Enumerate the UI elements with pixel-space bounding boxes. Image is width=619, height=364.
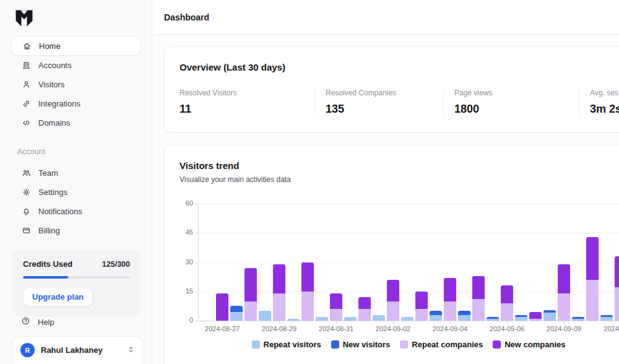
bar-segment xyxy=(430,315,442,321)
legend-item[interactable]: Repeat visitors xyxy=(252,340,321,349)
x-tick-mark xyxy=(279,321,280,324)
stacked-bar xyxy=(501,285,513,321)
code-icon xyxy=(21,118,31,128)
bar-segment xyxy=(401,317,413,321)
bar-segment xyxy=(301,292,314,321)
y-tick-label: 0 xyxy=(176,316,193,324)
home-icon xyxy=(22,41,32,51)
sidebar-item-accounts[interactable]: Accounts xyxy=(11,56,141,75)
x-tick-label: 2024-09-06 xyxy=(490,325,524,332)
bar-segment xyxy=(558,264,570,293)
app-logo xyxy=(0,0,152,36)
stat-label: Resolved Companies xyxy=(326,89,437,97)
sidebar-item-visitors[interactable]: Visitors xyxy=(11,75,141,94)
bar-segment xyxy=(287,319,300,321)
sidebar-item-label: Accounts xyxy=(38,61,71,70)
x-tick-label: 2024-08-31 xyxy=(319,325,353,332)
sidebar-item-domains[interactable]: Domains xyxy=(11,113,141,132)
stacked-bar xyxy=(586,237,599,321)
x-tick-label: 2024-09-09 xyxy=(547,325,581,332)
bar-segment xyxy=(216,293,228,321)
help-label: Help xyxy=(38,318,54,327)
bar-segment xyxy=(543,313,556,321)
bar-segment xyxy=(558,293,570,321)
sidebar-item-team[interactable]: Team xyxy=(11,163,141,183)
bar-segment xyxy=(501,303,513,321)
bar-segment xyxy=(444,301,456,321)
legend-item[interactable]: Repeat companies xyxy=(400,340,483,349)
credits-progress-fill xyxy=(23,276,68,279)
sidebar: Home Accounts Visitors Integrations Doma… xyxy=(0,0,152,364)
team-icon xyxy=(21,168,31,178)
sidebar-item-label: Notifications xyxy=(38,207,82,216)
trend-subtitle: Visualize your main activities data xyxy=(180,175,619,184)
y-tick-label: 15 xyxy=(176,287,193,295)
sidebar-item-notifications[interactable]: Notifications xyxy=(11,202,141,221)
bar-segment xyxy=(387,280,399,301)
stats-grid: Resolved Visitors 11 Resolved Companies … xyxy=(180,89,619,116)
chevron-up-down-icon[interactable] xyxy=(127,345,135,356)
stat-label: Avg. ses xyxy=(590,89,619,97)
y-tick-label: 45 xyxy=(176,228,193,236)
x-tick-label: 2024-09-02 xyxy=(376,325,410,332)
building-icon xyxy=(21,61,31,71)
x-tick-mark xyxy=(222,321,223,324)
legend-swatch xyxy=(400,340,408,349)
bar-segment xyxy=(600,317,613,321)
legend-item[interactable]: New companies xyxy=(493,340,565,349)
x-tick-mark xyxy=(336,321,337,324)
y-tick-mark xyxy=(195,292,198,292)
topbar: Dashboard xyxy=(152,0,619,35)
stacked-bar xyxy=(472,276,485,321)
credit-card-icon xyxy=(21,226,31,236)
sidebar-item-help[interactable]: Help xyxy=(0,316,152,336)
bar-segment xyxy=(472,276,485,300)
stat-resolved-visitors: Resolved Visitors 11 xyxy=(180,89,314,116)
stat-page-views: Page views 1800 xyxy=(443,89,579,116)
stacked-bar xyxy=(430,311,442,321)
bar-segment xyxy=(515,317,527,321)
user-menu[interactable]: R Rahul Lakhaney xyxy=(12,336,143,364)
bell-icon xyxy=(21,207,31,217)
bar-segment xyxy=(387,301,399,321)
bar-segment xyxy=(358,309,371,321)
main-nav: Home Accounts Visitors Integrations Doma… xyxy=(0,36,152,132)
stacked-bar xyxy=(558,264,570,321)
bar-segment xyxy=(415,292,428,309)
stacked-bar xyxy=(287,319,300,321)
legend-label: New companies xyxy=(504,340,565,349)
gridline xyxy=(198,204,619,204)
stacked-bar xyxy=(373,315,385,321)
upgrade-plan-button[interactable]: Upgrade plan xyxy=(23,287,93,306)
stacked-bar xyxy=(543,310,556,321)
sidebar-item-billing[interactable]: Billing xyxy=(11,221,141,240)
legend-swatch xyxy=(252,340,260,349)
user-name: Rahul Lakhaney xyxy=(41,345,121,355)
stacked-bar xyxy=(259,311,271,321)
bar-segment xyxy=(472,299,485,321)
credits-title: Credits Used xyxy=(23,259,72,269)
y-tick-mark xyxy=(195,204,198,204)
bar-segment xyxy=(586,237,599,280)
stacked-bar xyxy=(615,256,619,321)
y-tick-mark xyxy=(195,233,198,233)
sidebar-item-label: Integrations xyxy=(38,99,80,108)
stat-value: 11 xyxy=(180,103,308,116)
legend-item[interactable]: New visitors xyxy=(331,340,391,349)
bar-segment xyxy=(615,287,619,321)
account-nav: Team Settings Notifications Billing xyxy=(0,163,152,240)
stat-label: Resolved Visitors xyxy=(180,89,308,97)
sidebar-item-home[interactable]: Home xyxy=(11,36,141,56)
sidebar-item-integrations[interactable]: Integrations xyxy=(11,94,141,113)
stacked-bar xyxy=(358,297,371,321)
sidebar-item-label: Visitors xyxy=(38,80,64,89)
stat-value: 135 xyxy=(326,103,437,116)
sidebar-item-settings[interactable]: Settings xyxy=(11,183,141,202)
trend-title: Visitors trend xyxy=(180,160,619,171)
y-tick-label: 30 xyxy=(176,258,193,266)
y-tick-mark xyxy=(195,262,198,263)
visitors-trend-card: Visitors trend Visualize your main activ… xyxy=(164,145,619,364)
bar-segment xyxy=(572,319,584,321)
bar-segment xyxy=(615,256,619,287)
x-axis-line xyxy=(198,321,619,321)
